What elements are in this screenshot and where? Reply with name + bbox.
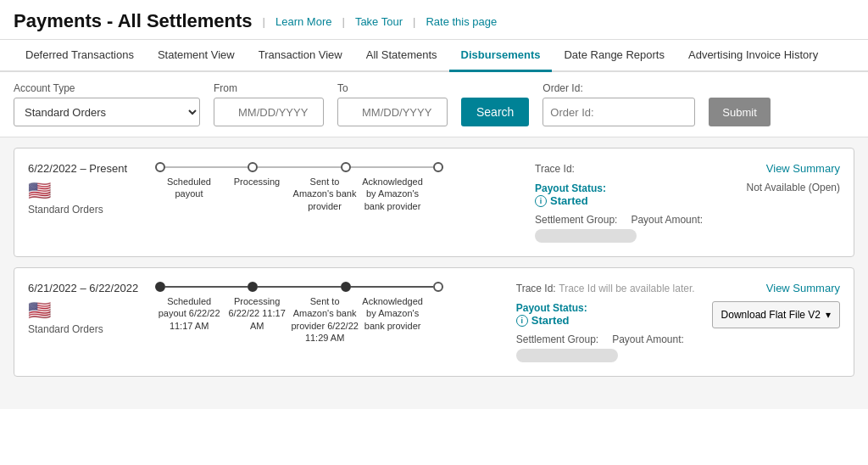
node-circle [341,162,351,172]
not-available-text: Not Available (Open) [746,182,840,193]
node-circle [433,162,443,172]
nav-tab-transaction-view[interactable]: Transaction View [247,40,354,72]
settlement-card: 6/21/2022 – 6/22/2022 🇺🇸 Standard Orders… [14,267,854,377]
flag-icon: 🇺🇸 [28,300,138,322]
settlement-pill [516,349,618,362]
node-circle [433,282,443,292]
rate-page-link[interactable]: Rate this page [426,15,497,28]
payout-status-block: Payout Status: i Started [516,301,695,327]
step-node-2 [341,282,351,292]
search-button[interactable]: Search [461,98,529,126]
nav-tab-date-range-reports[interactable]: Date Range Reports [552,40,676,72]
take-tour-link[interactable]: Take Tour [355,15,403,28]
submit-button[interactable]: Submit [709,98,770,126]
settlement-pill [535,229,637,243]
nav-tab-statement-view[interactable]: Statement View [146,40,247,72]
step-node-3 [433,282,443,292]
nav-tabs: Deferred TransactionsStatement ViewTrans… [0,40,868,72]
learn-more-link[interactable]: Learn More [275,15,331,28]
trace-block: Trace Id: Trace Id will be available lat… [516,282,695,294]
payout-status-label: Payout Status: [516,302,587,314]
settlement-group-block: Settlement Group: Payout Amount: [516,333,695,362]
from-date-input[interactable] [214,98,324,126]
step-label-2: Sent to Amazon's bank provider [291,176,359,212]
step-node-2 [341,162,351,172]
step-node-0 [155,162,165,172]
account-type-text: Standard Orders [28,323,138,335]
settlement-group-label: Settlement Group: [535,214,617,226]
card-left: 6/21/2022 – 6/22/2022 🇺🇸 Standard Orders [28,282,138,335]
node-circle [248,282,258,292]
payout-status-label: Payout Status: [535,182,606,194]
card-actions: View Summary Download Flat File V2 ▾ [712,282,840,328]
settlement-group-label: Settlement Group: [516,333,598,345]
step-connector [258,166,340,168]
trace-id-label: Trace Id: [516,283,556,294]
step-label-0: Scheduled payout [155,176,223,212]
step-node-1 [248,282,258,292]
settlement-card: 6/22/2022 – Present 🇺🇸 Standard Orders S… [14,148,854,257]
download-button[interactable]: Download Flat File V2 ▾ [712,301,840,328]
from-label: From [214,82,324,94]
node-circle [155,282,165,292]
node-circle [341,282,351,292]
trace-id-label: Trace Id: [535,163,575,175]
step-connector [165,286,248,288]
page-title: Payments - All Settlements [14,10,253,32]
step-connector [351,166,433,168]
content-area: 6/22/2022 – Present 🇺🇸 Standard Orders S… [0,137,868,409]
account-type-label: Account Type [14,82,200,94]
step-node-3 [433,162,443,172]
payout-amount-label: Payout Amount: [612,333,684,345]
order-id-label: Order Id: [542,82,695,94]
step-label-2: Sent to Amazon's bank provider 6/22/22 1… [291,295,359,344]
step-node-0 [155,282,165,292]
progress-track: Scheduled payout 6/22/22 11:17 AMProcess… [147,282,499,344]
payout-status-block: Payout Status: i Started [535,182,704,207]
card-left: 6/22/2022 – Present 🇺🇸 Standard Orders [28,162,138,216]
payout-info: Trace Id: Payout Status: i Started Settl… [526,162,713,243]
nav-tab-all-statements[interactable]: All Statements [354,40,449,72]
node-circle [155,162,165,172]
step-connector [351,286,433,288]
info-icon: i [535,195,547,207]
step-label-3: Acknowledged by Amazon's bank provider [359,295,426,344]
date-range: 6/21/2022 – 6/22/2022 [28,282,138,294]
step-node-1 [248,162,258,172]
payout-info: Trace Id: Trace Id will be available lat… [508,282,704,362]
progress-track: Scheduled payoutProcessingSent to Amazon… [147,162,518,212]
account-type-text: Standard Orders [28,204,138,216]
step-connector [258,286,340,288]
order-id-group: Order Id: [542,82,695,126]
trace-block: Trace Id: [535,162,704,175]
chevron-down-icon: ▾ [826,309,831,321]
page-header: Payments - All Settlements | Learn More … [0,0,868,40]
flag-icon: 🇺🇸 [28,180,138,202]
step-label-3: Acknowledged by Amazon's bank provider [359,176,426,212]
filter-bar: Account Type Standard Orders From 📅 To 📅… [0,72,868,137]
payout-status-value: i Started [516,314,695,327]
node-circle [248,162,258,172]
to-date-input[interactable] [337,98,448,126]
nav-tab-advertising-invoice-history[interactable]: Advertising Invoice History [676,40,830,72]
from-date-group: From 📅 [214,82,324,126]
account-type-group: Account Type Standard Orders [14,82,200,126]
to-date-group: To 📅 [337,82,448,126]
account-type-select[interactable]: Standard Orders [14,98,200,126]
step-label-0: Scheduled payout 6/22/22 11:17 AM [155,295,223,344]
nav-tab-disbursements[interactable]: Disbursements [449,40,553,72]
nav-tab-deferred-transactions[interactable]: Deferred Transactions [14,40,146,72]
order-id-input[interactable] [542,98,695,126]
view-summary-link[interactable]: View Summary [766,282,840,294]
step-connector [165,166,248,168]
view-summary-link[interactable]: View Summary [766,162,840,175]
trace-id-value: Trace Id will be available later. [559,283,694,294]
payout-status-value: i Started [535,194,704,207]
to-label: To [337,82,448,94]
settlement-group-block: Settlement Group: Payout Amount: [535,214,704,243]
step-label-1: Processing 6/22/22 11:17 AM [223,295,291,344]
date-range: 6/22/2022 – Present [28,162,138,175]
card-actions: View Summary Not Available (Open) [721,162,840,193]
step-label-1: Processing [223,176,291,212]
payout-amount-label: Payout Amount: [631,214,703,226]
